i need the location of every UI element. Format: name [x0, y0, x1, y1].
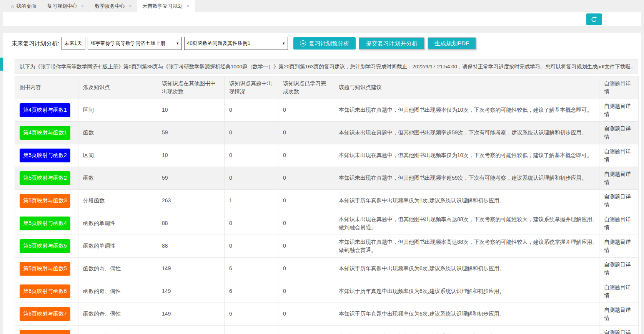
advice-cell: 本知识于历年真题中出现频率仅为1次,建议系统认识理解和初步应用。 [334, 189, 599, 212]
generate-pdf-button[interactable]: 生成规划PDF [428, 37, 476, 50]
other-books-count-cell: 59 [157, 167, 225, 189]
self-test-detail-link[interactable]: 自测题目详情 [599, 144, 639, 167]
book-content-cell: 第6页映射与函数7 [15, 303, 78, 325]
knowledge-point-cell: 函数的奇、偶性 [78, 303, 157, 325]
book-content-cell: 第5页映射与函数3 [15, 189, 78, 212]
table-row: 第4页映射与函数1 函数 59 0 0 本知识未出现在真题中，但其他图书出现频率… [15, 121, 639, 144]
knowledge-point-cell: 函数的单调性 [78, 235, 157, 257]
advice-cell: 本知识未出现在真题中，但其他图书出现频率仅为10次，下次考察的可能性较低，建议了… [334, 99, 599, 121]
header-real-exam-count: 该知识点真题中出现情况 [225, 76, 278, 99]
book-content-cell: 第5页映射与函数2 [15, 167, 78, 189]
chevron-down-icon: ▼ [84, 41, 85, 45]
close-icon[interactable]: × [81, 3, 84, 9]
advice-cell: 本知识于历年真题中出现频率仅为6次,建议系统认识理解和初步应用。 [334, 303, 599, 325]
book-content-button[interactable]: 第4页映射与函数1 [20, 126, 70, 140]
knowledge-point-cell: 函数的奇、偶性 [78, 280, 157, 303]
completed-count-cell: 0 [278, 144, 334, 167]
book-content-button[interactable]: 第6页映射与函数7 [20, 307, 70, 321]
real-exam-count-cell: 5 [225, 325, 278, 334]
header-other-books-count: 该知识点在其他图书中出现次数 [157, 76, 225, 99]
book-content-cell: 第5页映射与函数5 [15, 235, 78, 257]
self-test-detail-link[interactable]: 自测题目详情 [599, 167, 639, 189]
knowledge-point-cell: 函数 [78, 121, 157, 144]
book-select[interactable]: 张宇带你学高等数学同济七版上册 ▼ [88, 37, 182, 50]
pre-analyze-button[interactable]: + 复习计划预分析 [293, 37, 356, 50]
tab-my-desktop[interactable]: ⌂ 我的桌面 [5, 0, 42, 12]
book-content-button[interactable]: 第5页映射与函数5 [20, 262, 70, 276]
plan-toolbar: 未来复习计划分析: 未来1天 ▼ 张宇带你学高等数学同济七版上册 ▼ 40页函数… [12, 36, 641, 50]
completed-count-cell: 0 [278, 280, 334, 303]
knowledge-point-cell: 函数 [78, 167, 157, 189]
tab-label: 数学服务中心 [95, 3, 125, 10]
knowledge-point-cell: 函数的周期性 [78, 325, 157, 334]
main-panel: 未来复习计划分析: 未来1天 ▼ 张宇带你学高等数学同济七版上册 ▼ 40页函数… [3, 33, 641, 334]
toolbar-label: 未来复习计划分析: [12, 40, 59, 47]
book-content-button[interactable]: 第5页映射与函数2 [20, 171, 70, 185]
section-select[interactable]: 40页函数的问题及其性质例1 ▼ [184, 37, 288, 50]
table-row: 第7页映射与函数8 函数的周期性 123 5 0 本知识于历年真题中出现频率仅为… [15, 325, 639, 334]
table-row: 第6页映射与函数6 函数的奇、偶性 149 6 0 本知识于历年真题中出现频率仅… [15, 280, 639, 303]
other-books-count-cell: 10 [157, 144, 225, 167]
review-plan-table: 图书内容 涉及知识点 该知识点在其他图书中出现次数 该知识点真题中出现情况 该知… [15, 76, 639, 334]
book-content-button[interactable]: 第5页映射与函数2 [20, 149, 70, 162]
real-exam-count-cell: 6 [225, 280, 278, 303]
submit-plan-button[interactable]: 提交复习计划并分析 [359, 37, 424, 50]
knowledge-point-cell: 区间 [78, 144, 157, 167]
book-content-button[interactable]: 第5页映射与函数5 [20, 239, 70, 253]
self-test-detail-link[interactable]: 自测题目详情 [599, 235, 639, 257]
tab-math-service-center[interactable]: 数学服务中心 × [90, 0, 137, 12]
header-knowledge-point: 涉及知识点 [78, 76, 157, 99]
other-books-count-cell: 149 [157, 257, 225, 280]
timeframe-value: 未来1天 [64, 40, 82, 47]
self-test-detail-link[interactable]: 自测题目详情 [599, 99, 639, 121]
advice-cell: 本知识未出现在真题中，但其他图书出现频率高达88次，下次考察的可能性较大，建议系… [334, 212, 599, 235]
refresh-button[interactable] [586, 13, 602, 25]
self-test-detail-link[interactable]: 自测题目详情 [599, 257, 639, 280]
pre-analyze-label: 复习计划预分析 [309, 40, 349, 47]
close-icon[interactable]: × [129, 3, 132, 9]
self-test-detail-link[interactable]: 自测题目详情 [599, 303, 639, 325]
book-content-button[interactable]: 第7页映射与函数8 [20, 330, 70, 334]
section-value: 40页函数的问题及其性质例1 [187, 40, 250, 47]
page-header-bar [3, 12, 641, 26]
other-books-count-cell: 123 [157, 325, 225, 334]
real-exam-count-cell: 1 [225, 189, 278, 212]
chevron-down-icon: ▼ [176, 41, 179, 45]
self-test-detail-link[interactable]: 自测题目详情 [599, 325, 639, 334]
self-test-detail-link[interactable]: 自测题目详情 [599, 121, 639, 144]
book-content-button[interactable]: 第4页映射与函数1 [20, 103, 70, 117]
knowledge-point-cell: 函数的单调性 [78, 212, 157, 235]
book-content-cell: 第6页映射与函数6 [15, 280, 78, 303]
completed-count-cell: 0 [278, 189, 334, 212]
timeframe-select[interactable]: 未来1天 ▼ [62, 37, 85, 50]
real-exam-count-cell: 0 [225, 235, 278, 257]
other-books-count-cell: 88 [157, 212, 225, 235]
table-row: 第5页映射与函数4 函数的单调性 88 0 0 本知识未出现在真题中，但其他图书… [15, 212, 639, 235]
plan-notice: 以下为《张宇带你学高等数学同济七版上册》第0页到第38页与《张宇考研数学题源探析… [15, 60, 638, 74]
self-test-detail-link[interactable]: 自测题目详情 [599, 280, 639, 303]
header-completed-count: 该知识点已学习完成次数 [278, 76, 334, 99]
tab-review-plan-center[interactable]: 复习规划中心 × [42, 0, 89, 12]
book-content-button[interactable]: 第6页映射与函数6 [20, 284, 70, 298]
book-content-button[interactable]: 第5页映射与函数3 [20, 194, 70, 208]
table-row: 第5页映射与函数3 分段函数 263 1 0 本知识于历年真题中出现频率仅为1次… [15, 189, 639, 212]
advice-cell: 本知识于历年真题中出现频率仅为6次,建议系统认识理解和初步应用。 [334, 280, 599, 303]
table-row: 第5页映射与函数2 区间 10 0 0 本知识未出现在真题中，但其他图书出现频率… [15, 144, 639, 167]
completed-count-cell: 0 [278, 99, 334, 121]
real-exam-count-cell: 6 [225, 303, 278, 325]
tab-hemiao-math-review-plan[interactable]: 禾苗数学复习规划 × [137, 0, 195, 12]
table-row: 第5页映射与函数5 函数的奇、偶性 149 6 0 本知识于历年真题中出现频率仅… [15, 257, 639, 280]
advice-cell: 本知识未出现在真题中，但其他图书出现频率超59次，下次有可能考察，建议系统认识理… [334, 121, 599, 144]
other-books-count-cell: 263 [157, 189, 225, 212]
close-icon[interactable]: × [186, 3, 190, 9]
book-content-cell: 第5页映射与函数4 [15, 212, 78, 235]
self-test-detail-link[interactable]: 自测题目详情 [599, 212, 639, 235]
completed-count-cell: 0 [278, 325, 334, 334]
book-content-cell: 第5页映射与函数2 [15, 144, 78, 167]
other-books-count-cell: 88 [157, 235, 225, 257]
book-content-button[interactable]: 第5页映射与函数4 [20, 217, 70, 230]
completed-count-cell: 0 [278, 121, 334, 144]
advice-cell: 本知识于历年真题中出现频率仅为6次,建议系统认识理解和初步应用。 [334, 257, 599, 280]
left-accent-strip [0, 58, 3, 71]
self-test-detail-link[interactable]: 自测题目详情 [599, 189, 639, 212]
